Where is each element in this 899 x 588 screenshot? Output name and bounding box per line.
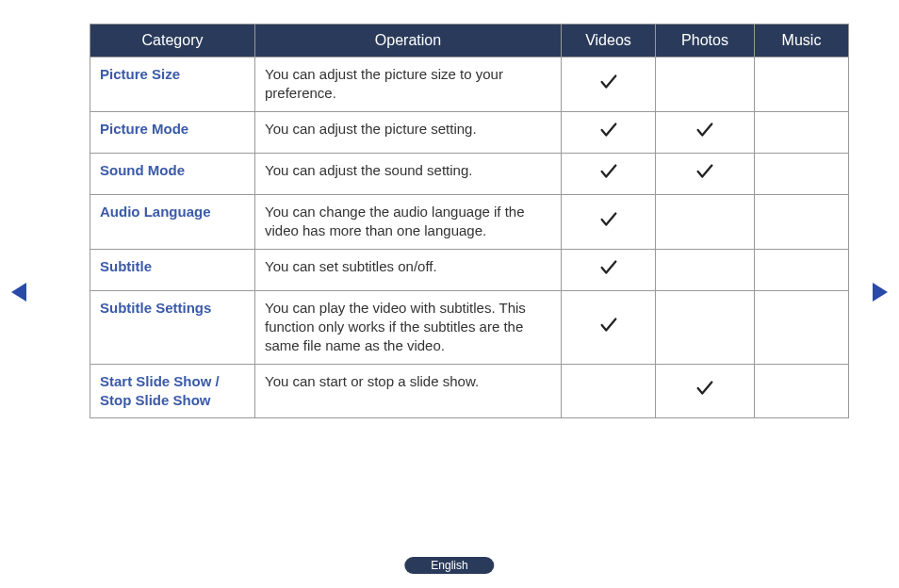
check-icon [598, 72, 619, 97]
check-icon [598, 161, 619, 187]
row-photos-cell [656, 364, 755, 418]
table-header-row: Category Operation Videos Photos Music [90, 24, 849, 57]
table-row: Start Slide Show / Stop Slide ShowYou ca… [90, 364, 849, 418]
check-icon [598, 120, 619, 145]
check-icon [695, 161, 715, 187]
row-videos-cell [562, 111, 656, 153]
row-category: Start Slide Show / Stop Slide Show [90, 364, 255, 418]
row-videos-cell [562, 290, 656, 364]
row-music-cell [755, 249, 849, 290]
check-icon [598, 209, 619, 235]
row-category: Picture Size [90, 57, 255, 112]
language-badge[interactable]: English [404, 557, 494, 574]
check-icon [598, 315, 619, 340]
check-icon [598, 257, 619, 283]
next-page-button[interactable] [873, 283, 888, 302]
row-operation: You can adjust the picture setting. [255, 111, 562, 153]
row-videos-cell [562, 195, 656, 250]
row-category: Subtitle Settings [90, 290, 255, 364]
table-row: SubtitleYou can set subtitles on/off. [90, 249, 849, 290]
table-row: Subtitle SettingsYou can play the video … [90, 290, 849, 364]
options-table: Category Operation Videos Photos Music P… [90, 24, 849, 418]
row-music-cell [755, 364, 849, 418]
row-photos-cell [656, 195, 755, 250]
row-photos-cell [656, 153, 755, 194]
arrow-right-icon [873, 283, 888, 302]
row-music-cell [755, 195, 849, 250]
header-operation: Operation [255, 24, 562, 57]
row-category: Sound Mode [90, 153, 255, 194]
row-videos-cell [562, 249, 656, 290]
table-row: Sound ModeYou can adjust the sound setti… [90, 153, 849, 194]
table-row: Picture SizeYou can adjust the picture s… [90, 57, 849, 112]
prev-page-button[interactable] [11, 283, 26, 302]
table-row: Audio LanguageYou can change the audio l… [90, 195, 849, 250]
row-music-cell [755, 290, 849, 364]
header-photos: Photos [656, 24, 755, 57]
row-photos-cell [656, 57, 755, 112]
row-category: Subtitle [90, 249, 255, 290]
row-operation: You can set subtitles on/off. [255, 249, 562, 290]
row-photos-cell [656, 249, 755, 290]
row-category: Picture Mode [90, 111, 255, 153]
row-operation: You can start or stop a slide show. [255, 364, 562, 418]
row-videos-cell [562, 364, 656, 418]
check-icon [695, 378, 715, 403]
check-icon [695, 120, 715, 145]
arrow-left-icon [11, 283, 26, 302]
header-music: Music [755, 24, 849, 57]
row-operation: You can adjust the sound setting. [255, 153, 562, 194]
row-photos-cell [656, 111, 755, 153]
table-row: Picture ModeYou can adjust the picture s… [90, 111, 849, 153]
row-music-cell [755, 57, 849, 112]
row-music-cell [755, 153, 849, 194]
row-category: Audio Language [90, 195, 255, 250]
row-operation: You can adjust the picture size to your … [255, 57, 562, 112]
row-operation: You can change the audio language if the… [255, 195, 562, 250]
header-videos: Videos [562, 24, 656, 57]
options-table-container: Category Operation Videos Photos Music P… [90, 24, 848, 418]
row-music-cell [755, 111, 849, 153]
header-category: Category [90, 24, 255, 57]
row-videos-cell [562, 153, 656, 194]
row-operation: You can play the video with subtitles. T… [255, 290, 562, 364]
row-photos-cell [656, 290, 755, 364]
row-videos-cell [562, 57, 656, 112]
